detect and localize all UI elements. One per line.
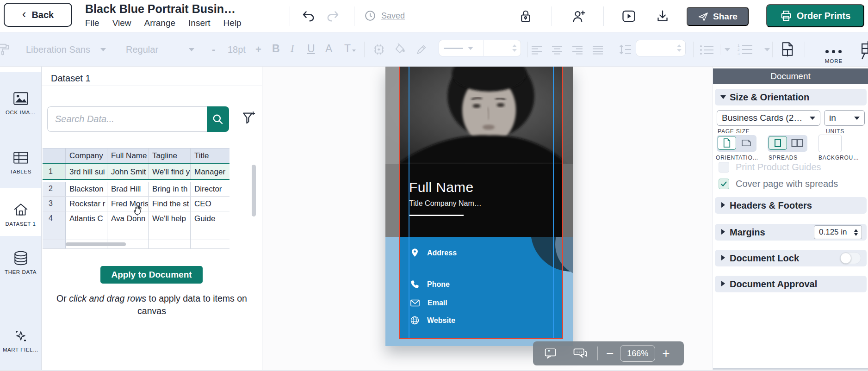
card-contact-box[interactable]: Address Phone Email Website xyxy=(399,237,563,339)
line-spacing-icon[interactable] xyxy=(619,43,632,56)
sidebar-item-tables[interactable]: TABLES xyxy=(0,149,41,174)
search-button[interactable] xyxy=(207,106,229,132)
step-up-icon[interactable] xyxy=(854,229,858,232)
cell[interactable]: Director xyxy=(191,182,229,196)
apply-to-document-button[interactable]: Apply to Document xyxy=(100,266,203,284)
font-style-select[interactable]: Regular xyxy=(126,44,194,55)
table-row[interactable]: 3 Rockstar r Fred Moris Find the st CEO xyxy=(43,197,229,211)
business-card-page[interactable]: Full Name Title Company Nam… Address Pho… xyxy=(385,67,573,346)
menu-view[interactable]: View xyxy=(112,18,131,28)
numbered-list-icon[interactable]: 123 xyxy=(738,43,753,56)
panel-bottom-scrollbar[interactable] xyxy=(713,368,868,370)
sidebar-item-other-data[interactable]: THER DATA xyxy=(0,250,41,275)
section-headers-footers[interactable]: Headers & Footers xyxy=(715,197,867,214)
more-label[interactable]: MORE xyxy=(820,58,848,64)
comments-button[interactable] xyxy=(573,347,587,360)
spreads-double-button[interactable] xyxy=(788,136,806,150)
sidebar-item-stock-images[interactable]: OCK IMA… xyxy=(0,90,41,115)
step-up-icon[interactable] xyxy=(677,44,682,47)
cell[interactable]: Rockstar r xyxy=(66,197,107,211)
card-full-name[interactable]: Full Name xyxy=(409,179,563,195)
zoom-in-button[interactable]: + xyxy=(662,347,670,360)
data-merge-page-icon[interactable] xyxy=(781,42,794,56)
more-options-button[interactable] xyxy=(825,50,842,53)
units-select[interactable]: in xyxy=(824,110,865,126)
cell[interactable]: Find the st xyxy=(149,197,191,211)
menu-file[interactable]: File xyxy=(85,18,99,28)
underline-button[interactable]: U xyxy=(307,43,315,55)
column-header[interactable]: Title xyxy=(191,148,229,163)
step-down-icon[interactable] xyxy=(854,233,858,236)
cell[interactable]: We'll find y xyxy=(149,164,191,179)
cell[interactable]: CEO xyxy=(191,197,229,211)
margins-input[interactable]: 0.125 in xyxy=(814,225,862,239)
menu-help[interactable]: Help xyxy=(223,18,242,28)
line-spacing-input[interactable] xyxy=(636,40,686,56)
font-size-increase[interactable]: + xyxy=(255,43,261,56)
table-row-selected[interactable]: 1 3rd hill sui John Smit We'll find y Ma… xyxy=(43,163,229,180)
align-right-icon[interactable] xyxy=(572,45,584,55)
contact-email[interactable]: Email xyxy=(410,299,447,307)
card-blue-section[interactable]: Address Phone Email Website xyxy=(385,237,573,346)
menu-insert[interactable]: Insert xyxy=(188,18,211,28)
section-document-lock[interactable]: Document Lock xyxy=(715,250,867,266)
contact-website[interactable]: Website xyxy=(410,316,455,325)
text-transform-button[interactable]: T xyxy=(344,43,356,55)
cell[interactable]: 3rd hill sui xyxy=(66,164,107,179)
notes-button[interactable]: ” xyxy=(544,347,557,359)
page-size-select[interactable]: Business Cards (2… xyxy=(717,110,820,126)
bullet-list-icon[interactable] xyxy=(700,44,714,56)
document-lock-toggle[interactable] xyxy=(840,252,861,264)
saved-link[interactable]: Saved xyxy=(381,11,405,21)
italic-button[interactable]: I xyxy=(291,43,294,55)
add-collaborator-icon[interactable] xyxy=(572,9,586,23)
zoom-out-button[interactable]: − xyxy=(606,347,614,360)
text-color-button[interactable]: A xyxy=(325,43,332,55)
orientation-landscape-button[interactable] xyxy=(737,136,756,150)
bold-button[interactable]: B xyxy=(272,43,280,55)
cell[interactable]: John Smit xyxy=(107,164,149,179)
contact-phone[interactable]: Phone xyxy=(410,280,450,289)
pencil-icon[interactable] xyxy=(415,43,428,56)
redo-button[interactable] xyxy=(326,10,340,23)
cell[interactable]: Brad Hill xyxy=(107,182,149,196)
line-style-select[interactable] xyxy=(439,47,484,50)
card-black-section[interactable]: Full Name Title Company Nam… xyxy=(385,164,573,237)
table-vertical-scrollbar[interactable] xyxy=(252,165,256,216)
easel-icon[interactable] xyxy=(860,41,868,60)
sidebar-item-smart-fields[interactable]: MART FIEL… xyxy=(0,328,41,352)
present-video-button[interactable] xyxy=(622,10,636,23)
back-button[interactable]: ‹ Back xyxy=(4,3,72,27)
table-horizontal-scrollbar[interactable] xyxy=(66,242,126,246)
cell[interactable]: Blackston xyxy=(66,182,107,196)
font-size-value[interactable]: 18pt xyxy=(228,44,246,55)
table-row-empty[interactable] xyxy=(43,226,229,240)
step-up-icon[interactable] xyxy=(512,44,517,47)
bullet-list-chevron-icon[interactable] xyxy=(725,48,730,51)
share-button[interactable]: Share xyxy=(687,7,749,26)
section-size-orientation[interactable]: Size & Orientation xyxy=(715,89,867,105)
font-family-select[interactable]: Liberation Sans xyxy=(26,44,106,55)
cell[interactable]: Guide xyxy=(191,211,229,226)
order-prints-button[interactable]: Order Prints xyxy=(766,4,864,27)
align-justify-icon[interactable] xyxy=(592,45,604,55)
step-down-icon[interactable] xyxy=(677,49,682,52)
column-header[interactable]: Tagline xyxy=(149,148,191,163)
sidebar-item-dataset-1[interactable]: DATASET 1 xyxy=(0,202,41,227)
search-input[interactable] xyxy=(47,106,207,132)
cell[interactable]: Bring in th xyxy=(149,182,191,196)
zoom-level-value[interactable]: 166% xyxy=(620,345,655,362)
align-left-icon[interactable] xyxy=(531,45,543,55)
column-header[interactable]: Full Name xyxy=(107,148,149,163)
download-button[interactable] xyxy=(656,10,669,23)
align-center-icon[interactable] xyxy=(552,45,564,55)
undo-button[interactable] xyxy=(302,10,316,23)
cell[interactable]: Fred Moris xyxy=(107,197,149,211)
filter-button[interactable] xyxy=(242,110,256,126)
font-size-decrease[interactable]: - xyxy=(212,43,215,56)
card-title-company[interactable]: Title Company Nam… xyxy=(409,199,563,208)
column-header[interactable]: Company xyxy=(66,148,107,163)
table-row[interactable]: 2 Blackston Brad Hill Bring in th Direct… xyxy=(43,182,229,197)
cover-spreads-checkbox[interactable] xyxy=(719,179,729,189)
table-row[interactable]: 4 Atlantis C Ava Donn We'll help Guide xyxy=(43,211,229,226)
